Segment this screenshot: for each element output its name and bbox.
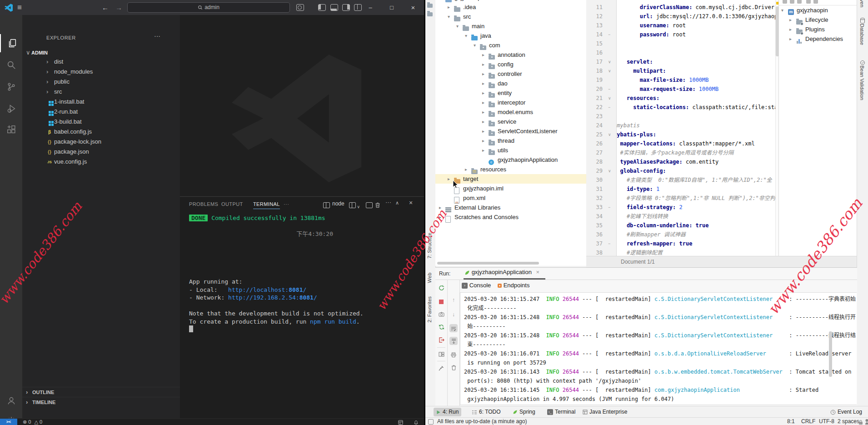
toolbar-4-run[interactable]: 4: Run	[434, 408, 461, 416]
console-scrollbar-thumb[interactable]	[829, 331, 832, 377]
chevron-collapsed-icon[interactable]: ▸	[439, 203, 441, 212]
update-application-icon[interactable]	[437, 323, 445, 331]
fold-open-icon[interactable]: ∨	[608, 94, 611, 103]
explorer-file-item[interactable]: 2-run.bat	[22, 107, 180, 117]
sync-icon[interactable]	[296, 4, 304, 11]
explorer-file-item[interactable]: {}package-lock.json	[22, 137, 180, 147]
tree-item-entity[interactable]: ▸entity	[435, 88, 586, 98]
terminal-output[interactable]: DONE Compiled successfully in 13881ms下午4…	[189, 214, 419, 334]
tree-item-java[interactable]: ▾java	[435, 31, 586, 40]
terminal-link[interactable]: /	[314, 294, 317, 301]
tree-item-resources[interactable]: ▸resources	[435, 165, 586, 174]
tree-item--idea[interactable]: ▸.idea	[435, 2, 586, 12]
tab-console[interactable]: › Console	[462, 282, 491, 289]
fold-collapse-icon[interactable]: −	[608, 203, 610, 212]
explorer-file-item[interactable]: βbabel.config.js	[22, 127, 180, 137]
run-console-output[interactable]: 2025-03-20 16:31:15.247 INFO 26544 --- […	[460, 292, 857, 405]
explorer-folder-item[interactable]: ›src	[22, 87, 180, 97]
chevron-collapsed-icon[interactable]: ▸	[482, 88, 484, 98]
chevron-collapsed-icon[interactable]: ▸	[482, 69, 484, 79]
menu-hamburger-icon[interactable]: ≡	[17, 0, 22, 15]
window-close-button[interactable]: ×	[405, 0, 421, 15]
chevron-expanded-icon[interactable]: ▾	[456, 21, 459, 31]
toolwindow-database[interactable]: Database	[859, 24, 865, 45]
explorer-file-item[interactable]: JSvue.config.js	[22, 157, 180, 167]
chevron-collapsed-icon[interactable]: ▸	[789, 34, 792, 44]
kill-terminal-trash-icon[interactable]	[375, 201, 380, 209]
fold-open-icon[interactable]: ∨	[608, 57, 611, 66]
chevron-collapsed-icon[interactable]: ▸	[482, 60, 484, 69]
terminal-link[interactable]: 8081	[289, 286, 303, 293]
print-icon[interactable]	[449, 350, 458, 359]
toolbar-spring[interactable]: Spring	[510, 408, 538, 416]
tab-endpoints[interactable]: Endpoints	[498, 282, 529, 289]
tree-item-utils[interactable]: ▸utils	[435, 145, 586, 155]
chevron-expanded-icon[interactable]: ▾	[448, 12, 450, 21]
terminal-link[interactable]: /	[303, 286, 306, 293]
maven-item-dependencies[interactable]: ▸Dependencies	[779, 34, 857, 44]
chevron-collapsed-icon[interactable]: ▸	[448, 2, 450, 12]
panel-maximize-icon[interactable]: ∧	[395, 200, 399, 206]
panel-tabs-more-icon[interactable]: ···	[284, 201, 289, 207]
chevron-collapsed-icon[interactable]: ▸	[482, 136, 484, 145]
explorer-file-item[interactable]: {}package.json	[22, 147, 180, 157]
terminal-link[interactable]: 8081	[299, 294, 314, 301]
prev-occurrence-icon[interactable]: ↑	[449, 296, 458, 304]
chevron-expanded-icon[interactable]: ▾	[781, 5, 783, 15]
chevron-collapsed-icon[interactable]: ▸	[482, 117, 484, 126]
stop-icon[interactable]	[437, 297, 445, 305]
fold-collapse-icon[interactable]: −	[608, 30, 610, 39]
toolwindow-bean-validation[interactable]: Bean Validation	[859, 65, 865, 100]
tree-item-thread[interactable]: ▸thread	[435, 136, 586, 145]
chevron-expanded-icon[interactable]: ▾	[474, 40, 476, 50]
tab-terminal[interactable]: TERMINAL	[253, 201, 280, 209]
maven-item-plugins[interactable]: ▸Plugins	[779, 25, 857, 34]
tree-item-service[interactable]: ▸service	[435, 117, 586, 126]
chevron-expanded-icon[interactable]: ▾	[465, 31, 467, 40]
tree-item-external-libraries[interactable]: ▸External Libraries	[435, 203, 586, 212]
split-terminal-icon[interactable]: ∨	[349, 202, 360, 210]
tab-output[interactable]: OUTPUT	[221, 201, 243, 207]
nav-back-icon[interactable]: ←	[102, 0, 109, 15]
scroll-to-end-icon[interactable]	[449, 337, 458, 345]
toggle-secondary-sidebar-icon[interactable]	[342, 4, 350, 11]
panel-close-icon[interactable]: ×	[409, 199, 413, 206]
explorer-folder-item[interactable]: ›public	[22, 77, 180, 87]
tab-problems[interactable]: PROBLEMS	[189, 201, 218, 207]
rerun-icon[interactable]	[437, 284, 445, 292]
new-terminal-icon[interactable]	[366, 202, 373, 210]
panel-more-icon[interactable]: ···	[385, 199, 391, 205]
pin-tab-icon[interactable]	[437, 364, 445, 372]
tree-item-servletcontextlistener[interactable]: ▸ServletContextListener	[435, 126, 586, 136]
toolbar-java-enterprise[interactable]: Java Enterprise	[580, 408, 630, 416]
chevron-collapsed-icon[interactable]: ▸	[789, 15, 792, 25]
tree-item-main[interactable]: ▾main	[435, 21, 586, 31]
toolwindow-favorites[interactable]: 2: Favorites	[427, 296, 432, 322]
fold-collapse-icon[interactable]: −	[608, 85, 610, 94]
tree-item-interceptor[interactable]: ▸interceptor	[435, 98, 586, 107]
run-tab[interactable]: gxjyzhaopinApplication ×	[464, 269, 539, 278]
explorer-root-folder[interactable]: ∨ ADMIN	[22, 48, 180, 58]
fold-collapse-icon[interactable]: −	[608, 239, 610, 248]
run-debug-activity-icon[interactable]	[0, 100, 22, 118]
toolwindow-web[interactable]: Web	[427, 273, 432, 283]
source-control-activity-icon[interactable]	[0, 78, 22, 96]
chevron-collapsed-icon[interactable]: ▸	[482, 126, 484, 136]
toolbar-6-todo[interactable]: 6: TODO	[469, 408, 504, 416]
fold-open-icon[interactable]: ∨	[608, 66, 611, 75]
toggle-sidebar-icon[interactable]	[318, 4, 326, 11]
soft-wrap-icon[interactable]	[449, 324, 458, 332]
explorer-file-item[interactable]: 3-build.bat	[22, 117, 180, 127]
notifications-bell-icon[interactable]	[414, 419, 419, 425]
toolbar-terminal[interactable]: ›_Terminal	[544, 408, 578, 416]
explorer-more-icon[interactable]: ···	[154, 32, 160, 40]
fold-open-icon[interactable]: ∨	[608, 166, 611, 175]
chevron-collapsed-icon[interactable]: ▸	[482, 79, 484, 88]
toolwindow-switcher-icon[interactable]	[428, 419, 434, 425]
search-activity-icon[interactable]	[0, 56, 22, 74]
chevron-collapsed-icon[interactable]: ▸	[482, 98, 484, 107]
exit-icon[interactable]	[437, 335, 445, 344]
explorer-file-item[interactable]: 1-install.bat	[22, 97, 180, 107]
chevron-collapsed-icon[interactable]: ▸	[482, 107, 484, 117]
tree-item-annotation[interactable]: ▸annotation	[435, 50, 586, 60]
